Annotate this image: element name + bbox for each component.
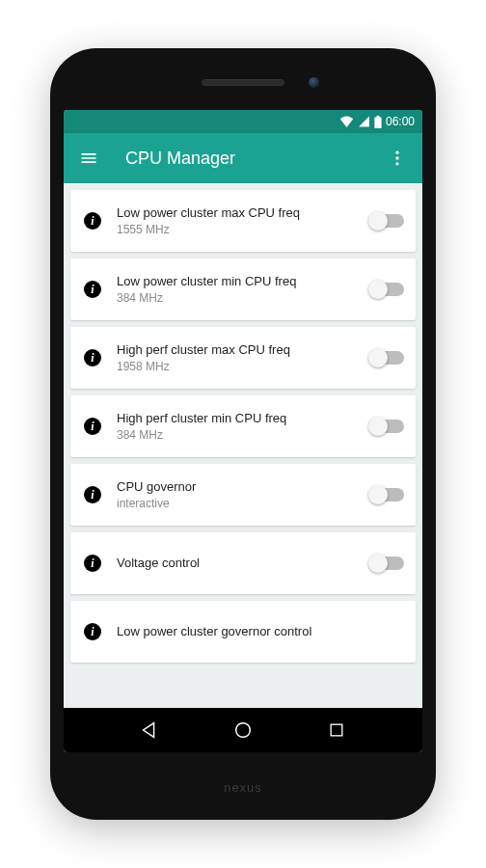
row-texts: Voltage control xyxy=(117,556,356,572)
row-texts: Low power cluster governor control xyxy=(117,624,404,640)
toggle-switch[interactable] xyxy=(371,420,404,433)
battery-icon xyxy=(374,116,382,128)
toggle-switch[interactable] xyxy=(371,488,404,502)
row-title: Voltage control xyxy=(117,556,356,572)
row-subtitle: 384 MHz xyxy=(117,291,356,305)
toggle-switch[interactable] xyxy=(371,351,404,365)
settings-row[interactable]: iLow power cluster min CPU freq384 MHz xyxy=(70,258,416,320)
row-subtitle: 1958 MHz xyxy=(117,360,356,373)
toggle-switch[interactable] xyxy=(371,283,404,296)
android-nav-bar xyxy=(64,708,422,752)
status-time: 06:00 xyxy=(386,115,415,128)
cell-signal-icon xyxy=(358,116,370,127)
row-texts: High perf cluster max CPU freq1958 MHz xyxy=(117,342,356,374)
nav-back-button[interactable] xyxy=(130,711,169,749)
toggle-switch[interactable] xyxy=(371,214,404,228)
overflow-menu-button[interactable] xyxy=(378,139,417,177)
status-bar: 06:00 xyxy=(64,110,422,133)
info-icon[interactable]: i xyxy=(84,212,101,230)
info-icon[interactable]: i xyxy=(84,623,101,640)
settings-row[interactable]: iVoltage control xyxy=(70,532,416,594)
info-icon[interactable]: i xyxy=(84,486,101,503)
back-icon xyxy=(139,719,160,741)
device-speaker xyxy=(202,79,284,86)
app-bar: CPU Manager xyxy=(64,133,422,183)
row-title: High perf cluster min CPU freq xyxy=(117,411,356,427)
row-title: High perf cluster max CPU freq xyxy=(117,342,356,359)
screen: 06:00 CPU Manager iLow power cluster max… xyxy=(64,110,422,752)
settings-row[interactable]: iHigh perf cluster max CPU freq1958 MHz xyxy=(70,327,416,389)
nav-home-button[interactable] xyxy=(224,711,262,749)
hamburger-icon xyxy=(79,149,98,168)
settings-row[interactable]: iLow power cluster max CPU freq1555 MHz xyxy=(70,190,416,252)
wifi-icon xyxy=(339,116,354,127)
row-subtitle: interactive xyxy=(117,497,356,510)
row-title: Low power cluster max CPU freq xyxy=(117,205,356,222)
row-title: CPU governor xyxy=(117,479,356,496)
nav-recents-button[interactable] xyxy=(317,711,356,749)
svg-point-0 xyxy=(395,151,398,154)
recents-icon xyxy=(327,720,346,740)
svg-rect-4 xyxy=(331,724,342,736)
toggle-switch[interactable] xyxy=(371,556,404,570)
settings-row[interactable]: iCPU governorinteractive xyxy=(70,464,416,526)
info-icon[interactable]: i xyxy=(84,349,101,366)
row-subtitle: 384 MHz xyxy=(117,428,356,442)
info-icon[interactable]: i xyxy=(84,555,101,572)
info-icon[interactable]: i xyxy=(84,418,101,435)
row-title: Low power cluster min CPU freq xyxy=(117,274,356,290)
row-texts: Low power cluster min CPU freq384 MHz xyxy=(117,274,356,306)
row-title: Low power cluster governor control xyxy=(117,624,404,640)
svg-point-2 xyxy=(395,162,398,165)
row-texts: High perf cluster min CPU freq384 MHz xyxy=(117,411,356,443)
row-texts: Low power cluster max CPU freq1555 MHz xyxy=(117,205,356,237)
menu-button[interactable] xyxy=(69,139,108,177)
device-frame: 06:00 CPU Manager iLow power cluster max… xyxy=(50,48,436,820)
home-icon xyxy=(232,719,254,741)
svg-point-1 xyxy=(395,156,398,159)
row-texts: CPU governorinteractive xyxy=(117,479,356,511)
app-title: CPU Manager xyxy=(108,149,378,169)
settings-row[interactable]: iHigh perf cluster min CPU freq384 MHz xyxy=(70,395,416,457)
settings-list: iLow power cluster max CPU freq1555 MHzi… xyxy=(64,183,422,708)
svg-point-3 xyxy=(236,723,251,738)
device-brand: nexus xyxy=(224,780,262,795)
info-icon[interactable]: i xyxy=(84,281,101,298)
device-camera xyxy=(309,77,319,88)
more-vert-icon xyxy=(388,149,407,168)
settings-row[interactable]: iLow power cluster governor control xyxy=(70,601,416,663)
row-subtitle: 1555 MHz xyxy=(117,223,356,236)
